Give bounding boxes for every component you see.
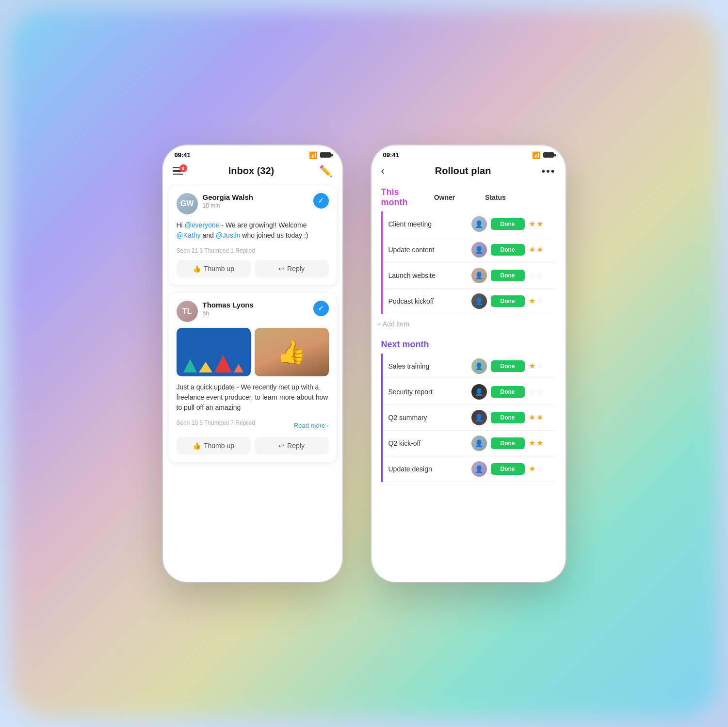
table-row: Q2 kick-off 👤 Done ★ ★ [383,431,556,456]
star-rating-8: ★ ★ [529,438,550,448]
thumbup-label-thomas: Thumb up [204,442,234,450]
scene: 09:41 📶 8 Inbox (32) ✏️ GW [163,145,566,582]
battery-icon-right [543,152,554,158]
task-name-podcast-kickoff: Podcast kickoff [388,297,468,305]
star-rating-1: ★ ★ [529,219,550,228]
read-more-button[interactable]: Read more › [294,422,329,429]
star-rating-7: ★ ★ [529,413,550,422]
sender-name-thomas: Thomas Lyons [203,301,308,309]
task-owner-3: 👤 [471,268,487,283]
reply-button-thomas[interactable]: ↩ Reply [255,437,329,454]
read-more-arrow: › [327,423,329,429]
check-badge-thomas: ✓ [313,301,329,316]
task-owner-5: 👤 [471,358,487,374]
more-button[interactable]: ••• [541,165,555,178]
mention-kathy: @Kathy [177,231,201,239]
star-filled: ★ [536,245,543,254]
thumbsup-img: 👍 [255,328,329,376]
add-item-this-month[interactable]: + Add item [372,314,566,334]
inbox-title: Inbox (32) [228,165,274,177]
thumbsup-emoji: 👍 [277,339,306,366]
star-empty: ☆ [536,296,543,306]
status-badge-6: Done [491,386,525,398]
table-row: Podcast kickoff 👤 Done ★ ☆ [383,289,556,314]
rollout-phone: 09:41 📶 ‹ Rollout plan ••• This month Ow… [372,145,566,582]
star-filled: ★ [536,413,543,422]
triangle-yellow [199,362,212,372]
col-header-owner: Owner [433,194,457,201]
table-row: Security report 👤 Done ☆ ☆ [383,379,556,405]
message-body-georgia: Hi @everyone - We are growing!! Welcome … [177,220,329,241]
table-row: Q2 summary 👤 Done ★ ★ [383,405,556,431]
status-badge-7: Done [491,412,525,423]
table-row: Launch website 👤 Done ☆ ☆ [383,263,556,289]
battery-icon [320,152,331,158]
card-header-thomas: TL Thomas Lyons 5h ✓ [177,301,329,322]
owner-avatar-3: 👤 [471,268,487,283]
owner-avatar-7: 👤 [471,410,487,425]
owner-avatar-4: 👤 [471,293,487,309]
status-badge-3: Done [491,270,525,281]
edit-icon[interactable]: ✏️ [319,165,332,178]
next-month-task-list: Sales training 👤 Done ★ ☆ Security repor… [381,354,556,482]
star-rating-9: ★ ☆ [529,464,550,473]
star-rating-6: ☆ ☆ [529,387,550,396]
task-name-update-design: Update design [388,465,468,473]
message-actions-thomas: 👍 Thumb up ↩ Reply [177,437,329,454]
status-bar-right: 09:41 📶 [372,145,566,161]
star-filled: ★ [529,464,535,473]
time-left: 09:41 [175,151,191,159]
owner-avatar-2: 👤 [471,242,487,258]
message-text-thomas: Just a quick update - We recently met up… [177,383,328,411]
task-name-q2-kickoff: Q2 kick-off [388,439,468,447]
task-owner-2: 👤 [471,242,487,258]
status-badge-4: Done [491,295,525,307]
next-month-label: Next month [381,339,556,350]
menu-button[interactable]: 8 [173,167,183,175]
table-row: Update content 👤 Done ★ ★ [383,237,556,263]
avatar-initials-georgia: GW [177,193,198,214]
avatar-thomas: TL [177,301,198,322]
table-row: Sales training 👤 Done ★ ☆ [383,354,556,379]
star-filled: ★ [529,413,535,422]
reply-icon-georgia: ↩ [278,265,284,273]
this-month-header: This month Owner Status [372,185,566,211]
thumb-up-button-thomas[interactable]: 👍 Thumb up [177,437,251,454]
task-name-sales-training: Sales training [388,362,468,370]
reply-label-thomas: Reply [287,442,305,450]
notification-badge: 8 [179,164,187,172]
reply-icon-thomas: ↩ [278,442,284,450]
star-empty: ☆ [536,387,543,396]
star-filled: ★ [536,219,543,228]
back-button[interactable]: ‹ [381,165,385,178]
message-actions-georgia: 👍 Thumb up ↩ Reply [177,260,329,277]
reply-button-georgia[interactable]: ↩ Reply [255,260,329,277]
task-owner-8: 👤 [471,436,487,451]
status-bar-left: 09:41 📶 [163,145,342,161]
message-images-thomas: 👍 [177,328,329,376]
message-stats-row-thomas: Seen 15 5 Thumbed 7 Replied Read more › [177,420,329,432]
wifi-icon: 📶 [309,151,317,159]
triangle-orange [234,364,243,372]
thumbup-icon-thomas: 👍 [193,442,201,450]
star-empty: ☆ [536,464,543,473]
thumb-up-button-georgia[interactable]: 👍 Thumb up [177,260,251,277]
star-rating-2: ★ ★ [529,245,550,254]
col-header-status: Status [476,194,515,201]
message-stats-thomas: Seen 15 5 Thumbed 7 Replied [177,420,256,426]
message-stats-georgia: Seen 21 3 Thumbed 1 Replied [177,247,329,254]
star-filled: ★ [529,361,535,371]
thumbup-icon-georgia: 👍 [193,265,201,273]
status-icons-right: 📶 [532,151,554,159]
star-filled: ★ [529,219,535,228]
check-badge-georgia: ✓ [313,193,329,209]
star-empty: ☆ [529,271,535,280]
message-card-georgia: GW Georgia Walsh 10 min ✓ Hi @everyone -… [169,185,337,285]
task-owner-6: 👤 [471,384,487,400]
task-owner-1: 👤 [471,216,487,232]
star-filled: ★ [529,245,535,254]
task-owner-9: 👤 [471,461,487,477]
thumbup-label-georgia: Thumb up [204,265,234,273]
owner-avatar-8: 👤 [471,436,487,451]
sender-time-georgia: 10 min [203,202,308,209]
